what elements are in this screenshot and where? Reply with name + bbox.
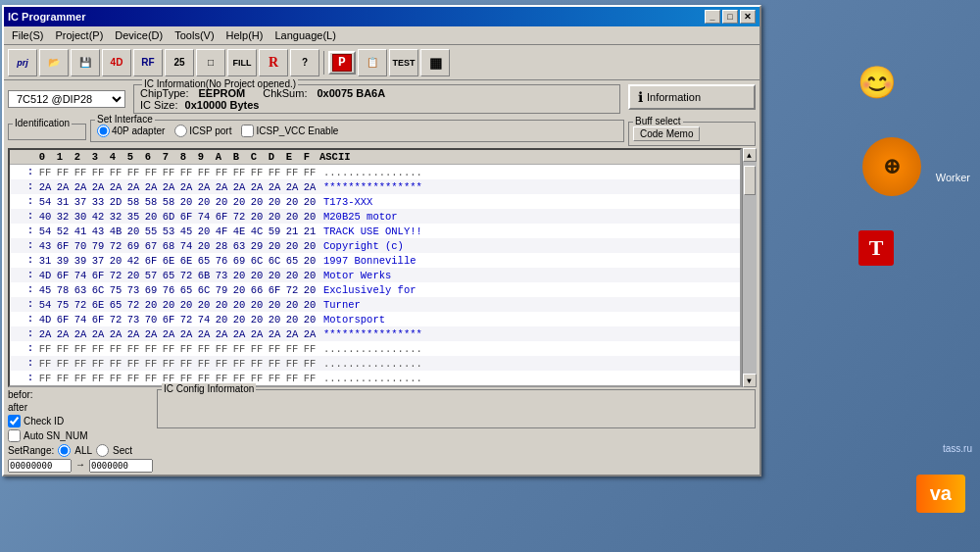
buff-select-legend: Buff select: [633, 116, 683, 126]
menu-file[interactable]: File(S): [6, 28, 49, 42]
hex-byte: 2A: [283, 328, 301, 340]
p-button[interactable]: P: [328, 51, 356, 75]
icsp-vcc-checkbox[interactable]: [241, 125, 254, 137]
row-addr: :: [12, 270, 33, 280]
hex-byte: 20: [248, 314, 266, 326]
col-a: A: [210, 151, 227, 163]
auto-sn-item[interactable]: Auto SN_NUM: [8, 429, 153, 442]
menu-device[interactable]: Device(D): [109, 28, 169, 42]
hex-byte: FF: [301, 358, 318, 370]
table-row: :5475726E657220202020202020202020Turner: [10, 297, 740, 312]
toolbar-save[interactable]: 💾: [71, 49, 100, 76]
toolbar-prj[interactable]: prj: [8, 49, 37, 76]
sect-radio[interactable]: [96, 444, 109, 457]
table-row: :3139393720426F6E6E6576696C6C65201997 Bo…: [10, 253, 740, 268]
hex-byte: 42: [89, 211, 107, 223]
sect-label: Sect: [113, 445, 132, 456]
toolbar-25[interactable]: 25: [165, 49, 194, 76]
hex-byte: FF: [142, 167, 160, 178]
hex-byte: 6C: [195, 284, 213, 296]
hex-byte: FF: [266, 358, 283, 370]
toolbar-test[interactable]: TEST: [389, 49, 418, 76]
adapter-40p-radio[interactable]: [97, 125, 110, 137]
information-button[interactable]: ℹ Information: [628, 84, 756, 110]
hex-byte: 73: [124, 314, 142, 326]
hex-byte: 20: [266, 196, 283, 208]
addr-row: →: [8, 459, 153, 473]
hex-byte: 6F: [89, 314, 107, 326]
scroll-down-button[interactable]: ▼: [743, 374, 757, 387]
hex-byte: 70: [72, 240, 89, 252]
addr-start-input[interactable]: [8, 459, 72, 473]
menu-language[interactable]: Language(L): [269, 28, 341, 42]
toolbar-open[interactable]: 📂: [39, 49, 69, 76]
hex-byte: FF: [124, 373, 142, 384]
menu-tools[interactable]: Tools(V): [169, 28, 220, 42]
toolbar-rf[interactable]: RF: [133, 49, 163, 76]
hex-byte: FF: [266, 373, 283, 384]
toolbar-4d[interactable]: 4D: [102, 49, 131, 76]
row-addr: :: [12, 211, 33, 222]
ascii-col: Motorsport: [323, 314, 451, 326]
menu-help[interactable]: Help(H): [220, 28, 270, 42]
scroll-thumb[interactable]: [744, 166, 756, 195]
hex-byte: 20: [213, 196, 230, 208]
hex-byte: 75: [107, 284, 124, 296]
hex-byte: FF: [213, 343, 230, 355]
hex-byte: 72: [107, 240, 124, 252]
chip-selector[interactable]: 7C512 @DIP28: [8, 90, 125, 108]
hex-byte: 20: [301, 270, 318, 281]
scroll-up-button[interactable]: ▲: [743, 148, 757, 162]
hex-byte: 69: [124, 240, 142, 252]
adapter-40p-option[interactable]: 40P adapter: [97, 125, 165, 137]
vertical-scrollbar[interactable]: ▲ ▼: [742, 148, 756, 387]
maximize-button[interactable]: □: [722, 10, 738, 24]
hex-byte: 2A: [89, 328, 107, 340]
close-button[interactable]: ✕: [740, 10, 756, 24]
hex-byte: 20: [248, 299, 266, 311]
eva-button[interactable]: va: [916, 475, 965, 513]
hex-byte: FF: [230, 167, 248, 178]
hex-byte: 58: [160, 196, 177, 208]
hex-byte: 67: [142, 240, 160, 252]
toolbar-r[interactable]: R: [259, 49, 288, 76]
scroll-track[interactable]: [743, 162, 757, 374]
auto-sn-checkbox[interactable]: [8, 429, 21, 442]
toolbar-bars[interactable]: ▦: [420, 49, 450, 76]
row-addr: :: [12, 373, 33, 383]
hex-byte: FF: [107, 167, 124, 178]
ascii-col: ................: [323, 343, 451, 355]
hex-byte: 54: [36, 299, 54, 311]
all-radio[interactable]: [58, 444, 71, 457]
hex-byte: 20: [301, 314, 318, 326]
toolbar-help[interactable]: ?: [290, 49, 319, 76]
main-window: IC Programmer _ □ ✕ File(S) Project(P) D…: [2, 5, 761, 477]
minimize-button[interactable]: _: [705, 10, 720, 24]
col-6: 6: [139, 151, 157, 163]
col-e: E: [280, 151, 298, 163]
hex-byte: 20: [283, 240, 301, 252]
toolbar-square[interactable]: □: [196, 49, 225, 76]
toolbar-fill[interactable]: FILL: [227, 49, 257, 76]
icsp-vcc-option[interactable]: ICSP_VCC Enable: [241, 125, 338, 137]
hex-byte: 20: [107, 255, 124, 267]
check-id-checkbox[interactable]: [8, 415, 21, 427]
hex-byte: FF: [160, 373, 177, 384]
toolbar-floppy2[interactable]: 📋: [358, 49, 387, 76]
check-id-item[interactable]: Check ID: [8, 415, 153, 427]
menu-project[interactable]: Project(P): [49, 28, 109, 42]
hex-byte: 74: [195, 314, 213, 326]
icsp-port-radio[interactable]: [174, 125, 187, 137]
code-memo-button[interactable]: Code Memo: [633, 126, 700, 141]
ascii-col-header: ASCII: [319, 151, 351, 163]
icsp-port-option[interactable]: ICSP port: [174, 125, 231, 137]
hex-byte: 6F: [177, 211, 195, 223]
hex-byte: 52: [54, 226, 72, 237]
hex-byte: 20: [266, 211, 283, 223]
hex-byte: 70: [142, 314, 160, 326]
addr-end-input[interactable]: [89, 459, 153, 473]
hex-byte: 20: [195, 226, 213, 237]
col-d: D: [263, 151, 280, 163]
hex-byte: 28: [213, 240, 230, 252]
hex-byte: 74: [177, 240, 195, 252]
